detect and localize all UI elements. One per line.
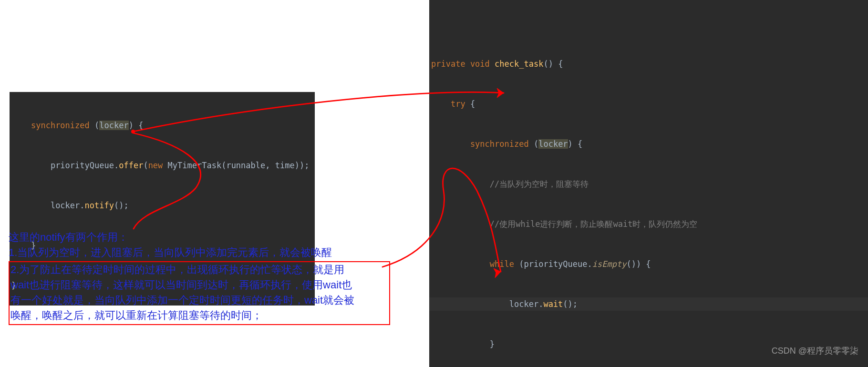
code-line: synchronized (locker) { xyxy=(429,137,868,151)
anno-line1: 1.当队列为空时，进入阻塞后，当向队列中添加完元素后，就会被唤醒 xyxy=(9,245,390,260)
watermark: CSDN @程序员零零柒 xyxy=(772,345,858,357)
anno-line2b: wait也进行阻塞等待，这样就可以当时间到达时，再循环执行，使用wait也 xyxy=(10,277,387,293)
code-line: private void check_task() { xyxy=(429,57,868,71)
anno-title: 这里的notify有两个作用： xyxy=(9,230,390,245)
code-line: try { xyxy=(429,97,868,111)
code-line-highlight: locker.wait(); xyxy=(429,297,868,311)
anno-line2d: 唤醒，唤醒之后，就可以重新在计算阻塞等待的时间； xyxy=(10,308,387,323)
code-line: priorityQueue.offer(new MyTimerTask(runn… xyxy=(10,159,315,172)
anno-line2c: 有一个好处就是，当向队列中添加一个定时时间更短的任务时，wait就会被 xyxy=(10,293,387,308)
code-comment: //使用while进行判断，防止唤醒wait时，队列仍然为空 xyxy=(429,217,868,231)
code-line: while (priorityQueue.isEmpty()) { xyxy=(429,257,868,271)
code-line: locker.notify(); xyxy=(10,199,315,212)
anno-line2a: 2.为了防止在等待定时时间的过程中，出现循环执行的忙等状态，就是用 xyxy=(10,262,387,277)
anno-boxed: 2.为了防止在等待定时时间的过程中，出现循环执行的忙等状态，就是用 wait也进… xyxy=(9,261,390,325)
code-line: synchronized (locker) { xyxy=(10,119,315,132)
code-comment: //当队列为空时，阻塞等待 xyxy=(429,177,868,191)
annotation-block: 这里的notify有两个作用： 1.当队列为空时，进入阻塞后，当向队列中添加完元… xyxy=(9,230,390,325)
right-code-block: private void check_task() { try { synchr… xyxy=(429,0,868,367)
